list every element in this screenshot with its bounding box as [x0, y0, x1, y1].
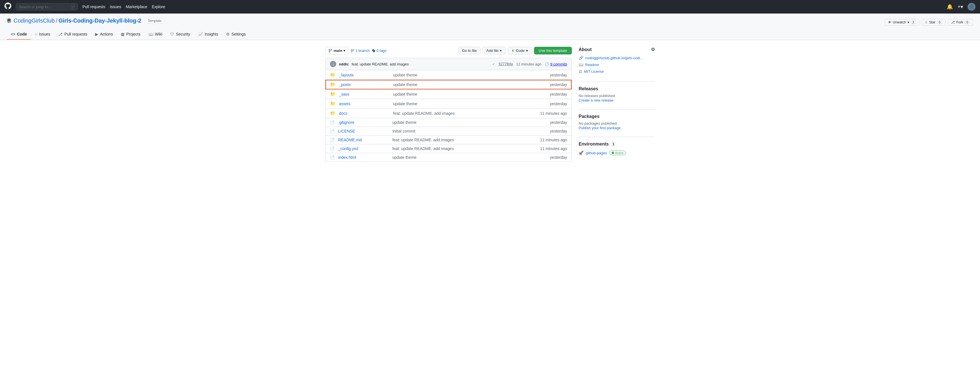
table-row: 📄 _config.yml feat: update README. add i…: [325, 144, 571, 153]
no-releases-text: No releases published: [579, 94, 655, 98]
tab-issues[interactable]: ○ Issues: [31, 29, 54, 40]
commits-link[interactable]: 9 commits: [550, 62, 567, 66]
repo-actions: 👁 Unwatch ▾ 3 ☆ Star 0 ⎇ Fork 0: [885, 19, 973, 25]
tab-projects[interactable]: ▦ Projects: [117, 29, 145, 40]
file-icon: 📄: [330, 129, 335, 133]
file-time: yesterday: [550, 83, 567, 87]
go-to-file-button[interactable]: Go to file: [458, 47, 480, 54]
file-icon: 📄: [330, 155, 335, 160]
sidebar-divider: [579, 81, 655, 82]
unwatch-button[interactable]: 👁 Unwatch ▾ 3: [885, 19, 919, 25]
file-time: yesterday: [550, 73, 567, 77]
file-name-config[interactable]: _config.yml: [338, 146, 389, 151]
tab-pull-requests[interactable]: ⎇ Pull requests: [54, 29, 91, 40]
file-time: yesterday: [550, 92, 567, 97]
branch-count-link[interactable]: 1 branch: [355, 49, 370, 53]
star-count: 0: [937, 20, 942, 24]
folder-icon: 📁: [330, 82, 336, 87]
file-commit: update theme: [393, 102, 546, 106]
org-link[interactable]: CodingGirlsClub: [14, 17, 55, 24]
nav-issues[interactable]: Issues: [110, 5, 121, 9]
file-name-gitignore[interactable]: .gitignore: [338, 120, 389, 125]
search-box[interactable]: /: [16, 3, 78, 10]
file-name-index[interactable]: index.html: [338, 155, 389, 160]
branch-count: 1 branch: [351, 49, 370, 53]
file-name-docs[interactable]: docs: [339, 111, 390, 116]
tab-security[interactable]: 🛡 Security: [166, 29, 194, 40]
file-time: yesterday: [550, 102, 567, 106]
publish-package-link[interactable]: Publish your first package: [579, 126, 621, 130]
sidebar-readme: 📖 Readme: [579, 61, 655, 68]
file-time: 11 minutes ago: [540, 138, 567, 142]
top-nav-right: 🔔 +▾ 👤: [947, 3, 975, 11]
tag-count-link[interactable]: 0 tags: [377, 49, 387, 53]
file-commit: update theme: [392, 120, 546, 125]
releases-title: Releases: [579, 86, 655, 91]
create-release-link[interactable]: Create a new release: [579, 98, 614, 102]
repo-url-link[interactable]: codinggirlsclub.github.io/girls-codi...: [585, 56, 643, 60]
file-name-layouts[interactable]: _layouts: [339, 73, 390, 77]
sidebar-about: About ⚙ 🔗 codinggirlsclub.github.io/girl…: [579, 47, 655, 75]
tab-code[interactable]: <> Code: [7, 29, 31, 40]
file-name-assets[interactable]: assets: [339, 102, 390, 106]
actions-icon: ▶: [95, 32, 98, 37]
nav-pull-requests[interactable]: Pull requests: [83, 5, 105, 9]
use-template-button[interactable]: Use this template: [534, 47, 572, 54]
license-link[interactable]: MIT License: [584, 69, 604, 74]
tab-settings[interactable]: ⚙ Settings: [222, 29, 250, 40]
table-row: 📁 _posts update theme yesterday: [325, 80, 571, 89]
branch-chevron-icon: ▾: [344, 49, 345, 53]
folder-icon: 📁: [330, 91, 336, 97]
nav-marketplace[interactable]: Marketplace: [126, 5, 147, 9]
star-button[interactable]: ☆ Star 0: [921, 19, 945, 25]
file-commit: Initial commit: [392, 129, 546, 133]
nav-explore[interactable]: Explore: [152, 5, 165, 9]
active-dot: [612, 152, 614, 154]
table-row: 📄 .gitignore update theme yesterday: [325, 118, 571, 127]
table-row: 📁 docs feat: update README. add images 1…: [325, 109, 571, 118]
commit-hash[interactable]: 92770da: [498, 62, 513, 66]
pr-icon: ⎇: [58, 32, 63, 37]
github-pages-link[interactable]: github-pages: [586, 151, 607, 155]
add-menu-icon[interactable]: +▾: [958, 4, 963, 10]
add-file-button[interactable]: Add file ▾: [483, 47, 506, 54]
branch-selector[interactable]: main ▾: [325, 47, 348, 54]
file-name-license[interactable]: LICENSE: [338, 129, 389, 133]
repo-link[interactable]: Girls-Coding-Day-Jekyll-blog-2: [59, 17, 141, 24]
chevron-down-icon: ▾: [907, 20, 909, 24]
branch-bar: main ▾ 1 branch 0 tags Go to file Add fi…: [325, 47, 572, 54]
avatar[interactable]: 👤: [967, 3, 975, 11]
tab-wiki[interactable]: 📖 Wiki: [145, 29, 166, 40]
projects-icon: ▦: [121, 32, 124, 37]
folder-icon: 📁: [330, 111, 336, 116]
readme-link[interactable]: Readme: [585, 63, 599, 67]
security-icon: 🛡: [170, 32, 174, 37]
file-browser: main ▾ 1 branch 0 tags Go to file Add fi…: [325, 47, 572, 163]
file-name-readme[interactable]: README.md: [338, 138, 389, 142]
commit-message: feat: update README. add images: [352, 62, 409, 66]
notifications-icon[interactable]: 🔔: [947, 4, 953, 10]
settings-gear-icon[interactable]: ⚙: [651, 47, 655, 52]
file-icon: 📄: [330, 120, 335, 125]
file-name-posts[interactable]: _posts: [339, 83, 390, 87]
download-icon: ⬇: [511, 49, 514, 53]
environments-count-badge: 1: [611, 142, 616, 146]
github-logo[interactable]: [5, 3, 11, 11]
search-input[interactable]: [19, 5, 69, 9]
fork-button[interactable]: ⎇ Fork 0: [948, 19, 973, 25]
tab-actions[interactable]: ▶ Actions: [91, 29, 117, 40]
file-name-sass[interactable]: _sass: [339, 92, 390, 97]
sidebar-repo-url: 🔗 codinggirlsclub.github.io/girls-codi..…: [579, 54, 655, 61]
file-time: 11 minutes ago: [540, 146, 567, 151]
folder-icon: 📁: [330, 101, 336, 106]
code-button[interactable]: ⬇ Code ▾: [508, 47, 531, 54]
insights-icon: 📈: [198, 32, 203, 37]
tab-insights[interactable]: 📈 Insights: [194, 29, 222, 40]
repo-header: CodingGirlsClub / Girls-Coding-Day-Jekyl…: [0, 14, 980, 40]
eye-icon: 👁: [888, 20, 891, 24]
no-packages-text: No packages published: [579, 121, 655, 125]
table-row: 📄 README.md feat: update README. add ima…: [325, 136, 571, 144]
unwatch-label: Unwatch: [893, 20, 906, 24]
table-row: 📁 _sass update theme yesterday: [325, 89, 571, 99]
file-commit: update theme: [392, 155, 546, 160]
